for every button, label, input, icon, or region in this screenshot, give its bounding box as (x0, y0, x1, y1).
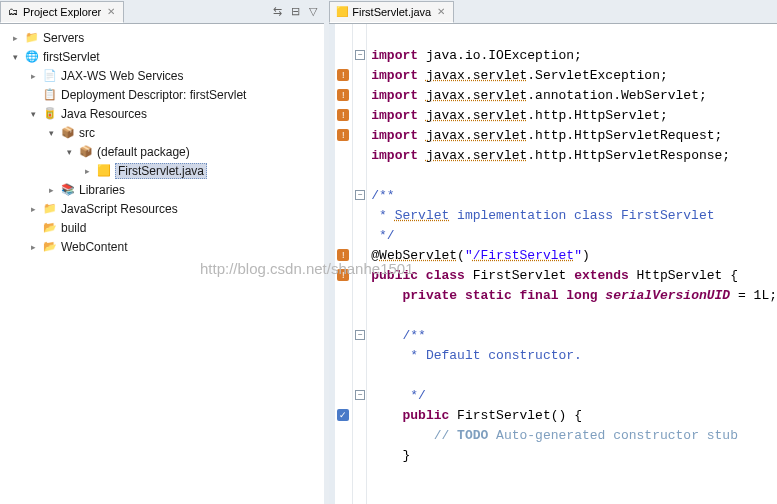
code-line[interactable]: import javax.servlet.http.HttpServletReq… (371, 126, 777, 146)
marker-column[interactable]: !!!!!!✓ (335, 24, 353, 504)
tree-row[interactable]: 🟨FirstServlet.java (2, 161, 322, 180)
project-tree[interactable]: 📁Servers🌐firstServlet📄JAX-WS Web Service… (0, 24, 324, 504)
fold-toggle-icon[interactable]: − (355, 50, 365, 60)
editor-tab[interactable]: 🟨 FirstServlet.java ✕ (329, 1, 454, 23)
view-menu-icon[interactable]: ▽ (306, 5, 320, 19)
tree-row[interactable]: 📂WebContent (2, 237, 322, 256)
project-explorer-tab[interactable]: 🗂 Project Explorer ✕ (0, 1, 124, 23)
tree-label: (default package) (97, 145, 190, 159)
tree-label: src (79, 126, 95, 140)
tree-label: Deployment Descriptor: firstServlet (61, 88, 246, 102)
code-line[interactable]: import javax.servlet.ServletException; (371, 66, 777, 86)
close-icon[interactable]: ✕ (435, 6, 447, 17)
expand-arrow-icon[interactable] (63, 147, 75, 157)
warning-marker-icon[interactable]: ! (337, 129, 349, 141)
explorer-tab-label: Project Explorer (23, 6, 101, 18)
code-line[interactable]: import javax.servlet.http.HttpServlet; (371, 106, 777, 126)
editor-tab-label: FirstServlet.java (352, 6, 431, 18)
tree-row[interactable]: 📦src (2, 123, 322, 142)
warning-marker-icon[interactable]: ! (337, 109, 349, 121)
tree-label: Servers (43, 31, 84, 45)
tree-label: build (61, 221, 86, 235)
tree-label: Java Resources (61, 107, 147, 121)
tree-label: firstServlet (43, 50, 100, 64)
code-line[interactable]: import javax.servlet.http.HttpServletRes… (371, 146, 777, 166)
tree-label: JavaScript Resources (61, 202, 178, 216)
code-line[interactable]: * Servlet implementation class FirstServ… (371, 206, 777, 226)
code-line[interactable] (371, 26, 777, 46)
expand-arrow-icon[interactable] (45, 185, 57, 195)
expand-arrow-icon[interactable] (9, 52, 21, 62)
code-line[interactable]: public FirstServlet() { (371, 406, 777, 426)
code-line[interactable]: // TODO Auto-generated constructor stub (371, 426, 777, 446)
node-icon: 🟨 (96, 163, 112, 179)
expand-arrow-icon[interactable] (45, 128, 57, 138)
warning-marker-icon[interactable]: ! (337, 69, 349, 81)
tree-row[interactable]: 🥫Java Resources (2, 104, 322, 123)
tree-row[interactable]: 📂build (2, 218, 322, 237)
code-line[interactable]: */ (371, 386, 777, 406)
fold-toggle-icon[interactable]: − (355, 190, 365, 200)
tree-row[interactable]: 📁Servers (2, 28, 322, 47)
code-line[interactable]: /** (371, 326, 777, 346)
code-line[interactable] (371, 166, 777, 186)
task-marker-icon[interactable]: ✓ (337, 409, 349, 421)
tree-row[interactable]: 📚Libraries (2, 180, 322, 199)
code-line[interactable]: } (371, 446, 777, 466)
code-editor[interactable]: !!!!!!✓ −−−− import java.io.IOException;… (329, 24, 777, 504)
code-line[interactable]: import java.io.IOException; (371, 46, 777, 66)
code-line[interactable]: public class FirstServlet extends HttpSe… (371, 266, 777, 286)
node-icon: 📦 (60, 125, 76, 141)
node-icon: 🥫 (42, 106, 58, 122)
code-area[interactable]: import java.io.IOException;import javax.… (367, 24, 777, 504)
tree-label: FirstServlet.java (115, 163, 207, 179)
collapse-all-icon[interactable]: ⊟ (288, 5, 302, 19)
tree-label: JAX-WS Web Services (61, 69, 183, 83)
expand-arrow-icon[interactable] (9, 33, 21, 43)
node-icon: 📄 (42, 68, 58, 84)
warning-marker-icon[interactable]: ! (337, 269, 349, 281)
expand-arrow-icon[interactable] (27, 204, 39, 214)
tree-row[interactable]: 📁JavaScript Resources (2, 199, 322, 218)
warning-marker-icon[interactable]: ! (337, 249, 349, 261)
code-line[interactable]: @WebServlet("/FirstServlet") (371, 246, 777, 266)
code-line[interactable] (371, 306, 777, 326)
code-line[interactable]: private static final long serialVersionU… (371, 286, 777, 306)
folding-column[interactable]: −−−− (353, 24, 367, 504)
fold-toggle-icon[interactable]: − (355, 330, 365, 340)
tree-row[interactable]: 📄JAX-WS Web Services (2, 66, 322, 85)
tree-label: WebContent (61, 240, 128, 254)
code-line[interactable]: */ (371, 226, 777, 246)
node-icon: 📂 (42, 220, 58, 236)
expand-arrow-icon[interactable] (81, 166, 93, 176)
node-icon: 📂 (42, 239, 58, 255)
editor-tab-bar: 🟨 FirstServlet.java ✕ (329, 0, 777, 24)
tree-row[interactable]: 📦(default package) (2, 142, 322, 161)
warning-marker-icon[interactable]: ! (337, 89, 349, 101)
node-icon: 🌐 (24, 49, 40, 65)
close-icon[interactable]: ✕ (105, 6, 117, 17)
link-editor-icon[interactable]: ⇆ (270, 5, 284, 19)
code-line[interactable]: import javax.servlet.annotation.WebServl… (371, 86, 777, 106)
tree-row[interactable]: 📋Deployment Descriptor: firstServlet (2, 85, 322, 104)
code-line[interactable] (371, 466, 777, 486)
expand-arrow-icon[interactable] (27, 242, 39, 252)
code-line[interactable]: /** (371, 186, 777, 206)
java-file-icon: 🟨 (336, 6, 348, 18)
node-icon: 📋 (42, 87, 58, 103)
node-icon: 📦 (78, 144, 94, 160)
expand-arrow-icon[interactable] (27, 71, 39, 81)
node-icon: 📁 (42, 201, 58, 217)
explorer-icon: 🗂 (7, 6, 19, 18)
tree-row[interactable]: 🌐firstServlet (2, 47, 322, 66)
node-icon: 📚 (60, 182, 76, 198)
tree-label: Libraries (79, 183, 125, 197)
code-line[interactable]: * Default constructor. (371, 346, 777, 366)
fold-toggle-icon[interactable]: − (355, 390, 365, 400)
node-icon: 📁 (24, 30, 40, 46)
explorer-tab-bar: 🗂 Project Explorer ✕ ⇆ ⊟ ▽ (0, 0, 324, 24)
expand-arrow-icon[interactable] (27, 109, 39, 119)
